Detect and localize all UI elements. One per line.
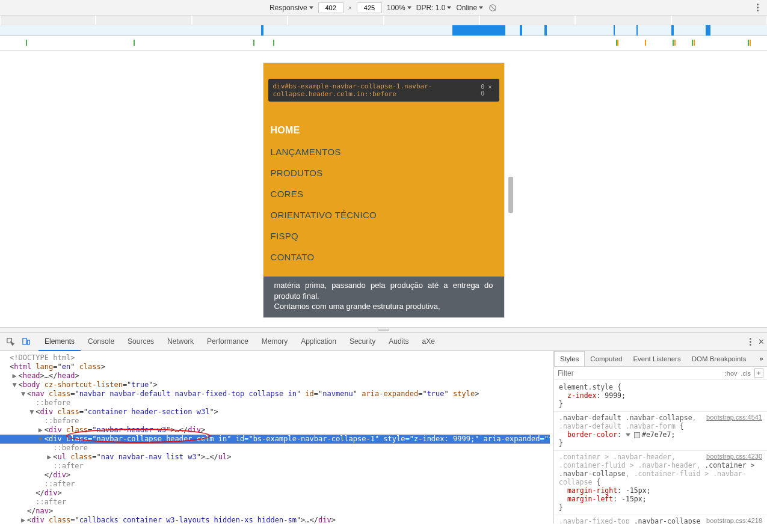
dpr-label: DPR: 1.0: [416, 4, 446, 12]
emulated-viewport[interactable]: div#bs-example-navbar-collapse-1.navbar-…: [263, 63, 505, 318]
dom-line[interactable]: ::after: [4, 462, 550, 471]
nav-item-home[interactable]: HOME: [271, 120, 497, 141]
css-property[interactable]: margin-left: -15px;: [559, 495, 762, 503]
styles-tab-dom-breakpoints[interactable]: DOM Breakpoints: [686, 352, 752, 366]
styles-panel: StylesComputedEvent ListenersDOM Breakpo…: [553, 351, 767, 524]
css-property[interactable]: border-color: #e7e7e7;: [559, 430, 762, 439]
throttle-label: Online: [456, 4, 477, 12]
footer-text-2: Contamos com uma grande estrutura produt…: [274, 301, 493, 312]
tab-sources[interactable]: Sources: [122, 333, 160, 351]
tab-console[interactable]: Console: [82, 333, 120, 351]
toolbar-more-icon[interactable]: [753, 3, 762, 13]
styles-tabs-overflow-icon[interactable]: »: [756, 355, 767, 363]
dom-line[interactable]: <html lang="en" class>: [4, 362, 550, 371]
elements-dom-tree[interactable]: <!DOCTYPE html> <html lang="en" class> ▶…: [0, 351, 553, 524]
dom-line[interactable]: ::before: [4, 399, 550, 408]
dom-line[interactable]: ::before: [4, 444, 550, 453]
nav-item-contato[interactable]: CONTATO: [271, 246, 497, 268]
dom-line[interactable]: </nav>: [4, 507, 550, 516]
element-tooltip: div#bs-example-navbar-collapse-1.navbar-…: [268, 79, 499, 102]
dpr-select[interactable]: DPR: 1.0: [416, 4, 452, 12]
styles-tab-event-listeners[interactable]: Event Listeners: [627, 352, 686, 366]
svg-rect-2: [378, 329, 389, 329]
rotate-icon[interactable]: [488, 3, 497, 13]
zoom-select[interactable]: 100%: [387, 4, 411, 12]
nav-item-cores[interactable]: CORES: [271, 183, 497, 204]
dom-line[interactable]: ::before: [4, 417, 550, 426]
nav-item-produtos[interactable]: PRODUTOS: [271, 162, 497, 183]
tooltip-dimensions: 0 × 0: [481, 84, 494, 97]
dom-line[interactable]: <!DOCTYPE html>: [4, 353, 550, 362]
tooltip-selector: div#bs-example-navbar-collapse-1.navbar-…: [273, 82, 481, 98]
tab-elements[interactable]: Elements: [39, 333, 81, 351]
tab-application[interactable]: Application: [295, 333, 342, 351]
rule-source-link[interactable]: bootstrap.css:4218: [706, 517, 762, 524]
svg-line-1: [490, 5, 495, 10]
site-content-footer: matéria prima, passando pela produção at…: [263, 277, 504, 317]
hov-toggle[interactable]: :hov: [725, 370, 738, 377]
zoom-label: 100%: [387, 4, 405, 12]
styles-filter-input[interactable]: [558, 369, 721, 378]
rule-source-link[interactable]: bootstrap.css:4541: [706, 414, 762, 421]
site-nav-menu: HOMELANÇAMENTOSPRODUTOSCORESORIENTATIVO …: [271, 120, 497, 268]
styles-rules-list[interactable]: element.style {z-index: 9999;}bootstrap.…: [554, 380, 767, 524]
nav-item-lançamentos[interactable]: LANÇAMENTOS: [271, 141, 497, 162]
tab-memory[interactable]: Memory: [256, 333, 294, 351]
toggle-device-icon[interactable]: [19, 335, 33, 349]
dom-line[interactable]: </div>: [4, 489, 550, 498]
styles-tabbar: StylesComputedEvent ListenersDOM Breakpo…: [554, 351, 767, 367]
styles-tab-styles[interactable]: Styles: [554, 351, 585, 366]
device-label: Responsive: [270, 4, 307, 12]
tab-performance[interactable]: Performance: [201, 333, 254, 351]
dom-line[interactable]: ▼<div class="navbar-collapse header celm…: [4, 435, 550, 444]
timeline-bar[interactable]: [0, 25, 767, 36]
dom-line[interactable]: ::after: [4, 498, 550, 507]
footer-text-1: matéria prima, passando pela produção at…: [274, 280, 493, 301]
device-select[interactable]: Responsive: [270, 4, 313, 12]
device-toolbar: Responsive × 100% DPR: 1.0 Online: [0, 0, 767, 16]
dom-line[interactable]: ▶<div class="navbar-header w3">…</div>: [4, 426, 550, 435]
css-property[interactable]: z-index: 9999;: [559, 391, 762, 400]
throttle-select[interactable]: Online: [456, 4, 483, 12]
tab-network[interactable]: Network: [161, 333, 200, 351]
devtools-tabbar: ElementsConsoleSourcesNetworkPerformance…: [0, 333, 767, 351]
cls-toggle[interactable]: .cls: [741, 370, 751, 377]
dom-line[interactable]: ▼<body cz-shortcut-listen="true">: [4, 381, 550, 390]
nav-item-orientativo-técnico[interactable]: ORIENTATIVO TÉCNICO: [271, 204, 497, 225]
devtools-more-icon[interactable]: [745, 337, 755, 347]
nav-item-fispq[interactable]: FISPQ: [271, 225, 497, 246]
rule-selector[interactable]: element.style {: [559, 383, 762, 391]
svg-rect-6: [27, 340, 29, 344]
tab-axe[interactable]: aXe: [416, 333, 441, 351]
devtools-close-icon[interactable]: ✕: [755, 337, 767, 346]
dom-line[interactable]: ▶<head>…</head>: [4, 371, 550, 381]
svg-rect-3: [378, 331, 389, 331]
rule-source-link[interactable]: bootstrap.css:4230: [706, 453, 762, 460]
css-property[interactable]: margin-right: -15px;: [559, 486, 762, 495]
viewport-width-input[interactable]: [318, 2, 343, 13]
dom-line[interactable]: ::after: [4, 480, 550, 489]
dom-line[interactable]: ▶<div class="callbacks_container w3-layo…: [4, 516, 550, 524]
marker-ruler: [0, 36, 767, 50]
tab-audits[interactable]: Audits: [383, 333, 414, 351]
tab-security[interactable]: Security: [343, 333, 381, 351]
breakpoint-ruler: [0, 16, 767, 25]
dimension-separator: ×: [348, 4, 352, 11]
styles-tab-computed[interactable]: Computed: [585, 352, 627, 366]
svg-rect-5: [22, 338, 26, 344]
panel-resize-handle[interactable]: [0, 327, 767, 333]
viewport-resize-handle[interactable]: [508, 177, 513, 213]
styles-filter-row: :hov .cls +: [554, 367, 767, 380]
dom-line[interactable]: ▼<div class="container header-section w3…: [4, 408, 550, 417]
dom-line[interactable]: </div>: [4, 471, 550, 480]
new-style-rule-button[interactable]: +: [754, 368, 763, 378]
dom-line[interactable]: ▶<ul class="nav navbar-nav list w3">…</u…: [4, 453, 550, 462]
device-viewport-area: div#bs-example-navbar-collapse-1.navbar-…: [0, 50, 767, 327]
dom-line[interactable]: ▼<nav class="navbar navbar-default navba…: [4, 390, 550, 399]
viewport-height-input[interactable]: [357, 2, 382, 13]
inspect-element-icon[interactable]: [3, 335, 17, 349]
